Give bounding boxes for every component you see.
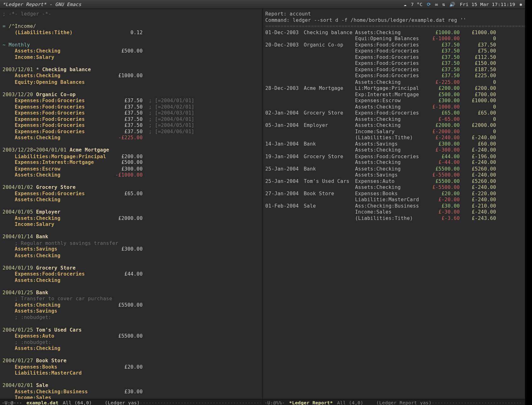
report-row: Liabilitie:MasterCard£-20.00£-240.00 [265, 196, 522, 203]
report-row: Expens:Food:Groceries£37.50£187.50 [265, 66, 522, 73]
transaction-header: 2003/12/01 * Checking balance [3, 66, 260, 73]
posting-line: Expenses:Auto £5500.00 [3, 333, 260, 339]
posting-line: Assets:Checking [3, 196, 260, 203]
mail-icon[interactable]: ✉ [435, 2, 438, 7]
posting-line: Equity:Opening Balances [3, 79, 260, 85]
report-row: Assets:Checking£-300.00£-240.00 [265, 147, 522, 153]
network-icon[interactable]: ⇅ [442, 2, 445, 7]
report-row: 28-Dec-2003Acme MortgageLi:Mortgage:Prin… [265, 85, 522, 91]
volume-icon[interactable]: 🔊 [449, 2, 455, 7]
modeline-mode: (Ledger Report yas) [376, 400, 432, 405]
report-row: 05-Jan-2004EmployerAssets:Checking£2000.… [265, 122, 522, 128]
posting-line: Assets:Checking -£1000.00 [3, 172, 260, 178]
ledger-source-buffer[interactable]: ; -*- ledger -*- = /^Income/ (Liabilitie… [0, 9, 262, 399]
report-row: Income:Salary£-2000.000 [265, 128, 522, 135]
report-row: Expens:Food:Groceries£37.50£112.50 [265, 54, 522, 60]
posting-line: Assets:Savings [3, 308, 260, 314]
posting-line: Income:Salary [3, 54, 260, 60]
report-row: Income:Sales£-30.00£-240.00 [265, 209, 522, 215]
posting-line: Assets:Checking £5500.00 [3, 302, 260, 308]
system-tray: ☁ 7 °C ⟳ ✉ ⇅ 🔊 Fri 15 Mar 17:11:19 ✱ [404, 2, 522, 7]
transaction-header: 2004/01/14 Bank [3, 234, 260, 240]
report-row: Assets:Checking£-5500.00£-240.00 [265, 184, 522, 190]
report-separator: ========================================… [265, 23, 522, 29]
modeline-dashes: ----------------------------------------… [140, 400, 260, 405]
report-row: Assets:Savings£-5500.00£-240.00 [265, 172, 522, 178]
posting-line: Assets:Checking [3, 277, 260, 283]
report-row: Expenses:Escrow£300.00£1000.00 [265, 97, 522, 104]
right-modeline: -U:@%%- *Ledger Report* All (4,0) (Ledge… [263, 399, 525, 405]
left-pane: ; -*- ledger -*- = /^Income/ (Liabilitie… [0, 9, 263, 405]
comment-line: ; -*- ledger -*- [3, 11, 260, 17]
transaction-header: 2003/12/20 Organic Co-op [3, 91, 260, 97]
window-titlebar: *Ledger Report* - GNU Emacs ☁ 7 °C ⟳ ✉ ⇅… [0, 0, 525, 9]
report-row: 19-Jan-2004Grocery StoreExpens:Food:Groc… [265, 153, 522, 159]
posting-line: Liabilities:MasterCard [3, 370, 260, 376]
modeline-prefix: -U:@--- [2, 400, 22, 405]
report-row: Assets:Checking£-1000.000 [265, 103, 522, 110]
transaction-header: 2004/02/01 Sale [3, 382, 260, 389]
report-row: Assets:Checking£-225.000 [265, 79, 522, 85]
report-row: 14-Jan-2004BankAssets:Savings£300.00£60.… [265, 141, 522, 147]
report-row: 02-Jan-2004Grocery StoreExpens:Food:Groc… [265, 110, 522, 116]
report-row: Expens:Food:Groceries£37.50£225.00 [265, 73, 522, 79]
posting-line: Assets:Checking:Business £30.00 [3, 389, 260, 395]
posting-line: Assets:Checking £2000.00 [3, 215, 260, 221]
posting-line: Expenses:Books £20.00 [3, 364, 260, 370]
report-row: (Liabilities:Tithe)£-3.60£-243.60 [265, 215, 522, 221]
transaction-header: 2004/01/19 Grocery Store [3, 265, 260, 271]
transaction-header: 2004/01/05 Employer [3, 209, 260, 215]
report-row: 01-Feb-2004SaleAss:Checking:Business£30.… [265, 203, 522, 209]
posting-line: Liabilities:Mortgage:Principal £200.00 [3, 153, 260, 159]
report-row: Assets:Checking£-44.00£-240.00 [265, 159, 522, 166]
posting-line: Expenses:Food:Groceries £44.00 [3, 271, 260, 277]
report-row: (Liabilities:Tithe)£-240.00£-240.00 [265, 134, 522, 141]
transaction-header: 2004/01/27 Book Store [3, 358, 260, 364]
weather-icon: ☁ [404, 2, 407, 7]
clock: Fri 15 Mar 17:11:19 [460, 2, 515, 7]
left-modeline: -U:@--- example.dat All (64,0) (Ledger y… [0, 399, 262, 405]
posting-line: Income:Sales [3, 395, 260, 399]
posting-line: Expenses:Food:Groceries £37.50 ; [=2004/… [3, 97, 260, 104]
modeline-buffer-name: example.dat [26, 400, 58, 405]
transaction-header: 2003/12/28=2004/01/01 Acme Mortgage [3, 147, 260, 153]
posting-line: Assets:Savings £300.00 [3, 246, 260, 252]
modeline-buffer-name: *Ledger Report* [289, 400, 333, 405]
report-row: Equi:Opening Balances£-1000.000 [265, 35, 522, 42]
report-row: 20-Dec-2003Organic Co-opExpens:Food:Groc… [265, 42, 522, 48]
modeline-position: All (64,0) [63, 400, 92, 405]
report-row: 01-Dec-2003Checking balanceAssets:Checki… [265, 29, 522, 35]
report-command: Command: ledger --sort d -f /home/borbus… [265, 17, 522, 23]
modeline-dashes: ----------------------------------------… [432, 400, 523, 405]
posting-line: Expenses:Escrow £300.00 [3, 165, 260, 172]
posting-line: Assets:Checking [3, 345, 260, 352]
posting-line: Assets:Checking £500.00 [3, 48, 260, 54]
posting-line: Expenses:Food:Groceries £37.50 ; [=2004/… [3, 116, 260, 122]
posting-line: Expenses:Food:Groceries £37.50 ; [=2004/… [3, 128, 260, 135]
report-row: Exp:Interest:Mortgage£500.00£700.00 [265, 91, 522, 97]
posting-line: Expenses:Food:Groceries £37.50 ; [=2004/… [3, 122, 260, 128]
posting-line: Income:Salary [3, 221, 260, 227]
weather-temp: 7 °C [411, 2, 423, 7]
window-title: *Ledger Report* - GNU Emacs [3, 2, 81, 7]
report-row: Expens:Food:Groceries£37.50£150.00 [265, 60, 522, 66]
posting-line: Expenses:Food:Groceries £65.00 [3, 190, 260, 196]
report-row: 25-Jan-2004Tom's Used CarsExpenses:Auto£… [265, 178, 522, 184]
transaction-header: 2004/01/25 Tom's Used Cars [3, 327, 260, 333]
settings-icon[interactable]: ✱ [519, 2, 522, 7]
ledger-report-buffer[interactable]: Report: accountCommand: ledger --sort d … [263, 9, 525, 399]
posting-line: Expenses:Food:Groceries £37.50 ; [=2004/… [3, 110, 260, 116]
posting-line: Assets:Checking £1000.00 [3, 73, 260, 79]
modeline-position: All (4,0) [337, 400, 364, 405]
posting-line: (Liabilities:Tithe) 0.12 [3, 29, 260, 35]
modeline-mode: (Ledger yas) [105, 400, 140, 405]
right-pane: Report: accountCommand: ledger --sort d … [263, 9, 525, 405]
posting-line: Assets:Checking [3, 252, 260, 259]
report-row: 25-Jan-2004BankAssets:Checking£5500.00£5… [265, 165, 522, 172]
report-row: Assets:Checking£-65.000 [265, 116, 522, 122]
modeline-prefix: -U:@%%- [264, 400, 285, 405]
refresh-icon[interactable]: ⟳ [427, 2, 431, 7]
posting-line: Expenses:Food:Groceries £37.50 ; [=2004/… [3, 103, 260, 110]
transaction-header: 2004/01/25 Bank [3, 290, 260, 296]
transaction-header: 2004/01/02 Grocery Store [3, 184, 260, 190]
